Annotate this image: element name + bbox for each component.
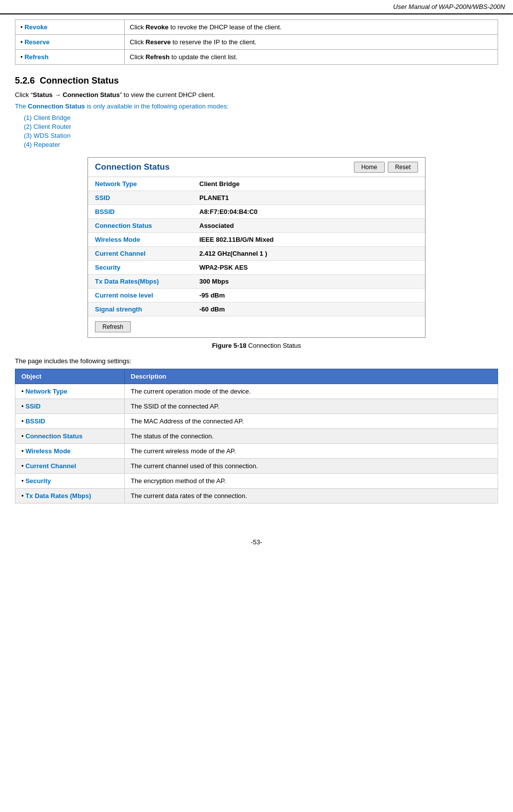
status-row: Current noise level -95 dBm [88,289,425,303]
modes-list: (1) Client Bridge(2) Client Router(3) WD… [15,114,498,148]
mode-item: (4) Repeater [24,141,498,148]
panel-header: Connection Status Home Reset [88,158,425,177]
settings-desc: The current operation mode of the device… [125,384,498,399]
settings-desc: The current wireless mode of the AP. [125,444,498,459]
settings-row: • BSSID The MAC Address of the connected… [15,414,498,429]
status-row: BSSID A8:F7:E0:04:B4:C0 [88,205,425,219]
top-table-label: • Refresh [15,50,125,65]
status-row: Connection Status Associated [88,219,425,233]
status-label: Connection Status [88,219,192,233]
settings-label: • Tx Data Rates (Mbps) [15,489,125,504]
settings-row: • Current Channel The current channel us… [15,459,498,474]
settings-label: • Security [15,474,125,489]
settings-intro: The page includes the following settings… [15,357,498,365]
section-title: Connection Status [40,76,119,86]
status-label: Signal strength [88,303,192,316]
intro-arrow: → [53,91,63,99]
panel-buttons: Home Reset [354,162,418,173]
status-value: -95 dBm [192,289,425,303]
status-label: Current noise level [88,289,192,303]
status-row: Signal strength -60 dBm [88,303,425,316]
settings-desc: The encryption method of the AP. [125,474,498,489]
status-value: PLANET1 [192,191,425,205]
panel-title: Connection Status [95,162,170,172]
page-footer: -53- [0,538,513,546]
connection-status-panel: Connection Status Home Reset Network Typ… [87,157,426,338]
top-table-desc: Click Refresh to update the client list. [125,50,498,65]
top-table-desc: Click Revoke to revoke the DHCP lease of… [125,20,498,35]
intro-bold1: Status [33,91,53,99]
reset-button[interactable]: Reset [388,162,418,173]
refresh-row: Refresh [88,316,425,337]
status-value: A8:F7:E0:04:B4:C0 [192,205,425,219]
intro-prefix: Click “ [15,91,33,99]
settings-table: ObjectDescription • Network Type The cur… [15,369,498,504]
mode-item: (2) Client Router [24,123,498,130]
section-number: 5.2.6 [15,76,35,86]
status-value: 2.412 GHz(Channel 1 ) [192,247,425,261]
settings-label: • SSID [15,399,125,414]
settings-row: • Connection Status The status of the co… [15,429,498,444]
page-number: -53- [251,538,262,546]
main-content: • Revoke Click Revoke to revoke the DHCP… [0,14,513,523]
settings-col-header: Description [125,369,498,384]
status-row: SSID PLANET1 [88,191,425,205]
top-table-label: • Revoke [15,20,125,35]
settings-desc: The status of the connection. [125,429,498,444]
status-value: IEEE 802.11B/G/N Mixed [192,233,425,247]
intro-link: Connection Status [28,102,85,110]
status-label: Security [88,261,192,275]
settings-desc: The current data rates of the connection… [125,489,498,504]
intro-bold2: Connection Status [63,91,120,99]
settings-row: • Security The encryption method of the … [15,474,498,489]
figure-text: Connection Status [247,342,301,349]
status-label: BSSID [88,205,192,219]
settings-row: • SSID The SSID of the connected AP. [15,399,498,414]
top-table-desc: Click Reserve to reserve the IP to the c… [125,35,498,50]
figure-caption: Figure 5-18 Connection Status [15,342,498,349]
section-heading: 5.2.6 Connection Status [15,76,498,86]
mode-item: (1) Client Bridge [24,114,498,121]
settings-label: • Wireless Mode [15,444,125,459]
settings-desc: The SSID of the connected AP. [125,399,498,414]
status-table: Network Type Client Bridge SSID PLANET1 … [88,177,425,316]
top-table-row: • Reserve Click Reserve to reserve the I… [15,35,498,50]
intro-line2: The Connection Status is only available … [15,102,498,110]
status-label: Current Channel [88,247,192,261]
settings-row: • Tx Data Rates (Mbps) The current data … [15,489,498,504]
top-table-label: • Reserve [15,35,125,50]
home-button[interactable]: Home [354,162,385,173]
settings-label: • Network Type [15,384,125,399]
top-table-row: • Revoke Click Revoke to revoke the DHCP… [15,20,498,35]
settings-col-header: Object [15,369,125,384]
status-label: Network Type [88,177,192,191]
status-row: Current Channel 2.412 GHz(Channel 1 ) [88,247,425,261]
status-label: Tx Data Rates(Mbps) [88,275,192,289]
status-row: Wireless Mode IEEE 802.11B/G/N Mixed [88,233,425,247]
status-value: Client Bridge [192,177,425,191]
intro-suffix: ” to view the current DHCP client. [120,91,215,99]
settings-row: • Wireless Mode The current wireless mod… [15,444,498,459]
status-value: -60 dBm [192,303,425,316]
status-value: 300 Mbps [192,275,425,289]
settings-label: • Connection Status [15,429,125,444]
status-row: Network Type Client Bridge [88,177,425,191]
header-title: User Manual of WAP-200N/WBS-200N [393,3,505,10]
figure-bold: Figure 5-18 [212,342,246,349]
settings-desc: The MAC Address of the connected AP. [125,414,498,429]
status-row: Security WPA2-PSK AES [88,261,425,275]
status-label: SSID [88,191,192,205]
top-table-row: • Refresh Click Refresh to update the cl… [15,50,498,65]
page-header: User Manual of WAP-200N/WBS-200N [0,0,513,14]
refresh-button[interactable]: Refresh [95,321,131,332]
settings-desc: The current channel used of this connect… [125,459,498,474]
settings-row: • Network Type The current operation mod… [15,384,498,399]
settings-label: • Current Channel [15,459,125,474]
intro-line1: Click “Status → Connection Status” to vi… [15,91,498,99]
status-row: Tx Data Rates(Mbps) 300 Mbps [88,275,425,289]
settings-label: • BSSID [15,414,125,429]
status-label: Wireless Mode [88,233,192,247]
top-definitions-table: • Revoke Click Revoke to revoke the DHCP… [15,19,498,65]
status-value: WPA2-PSK AES [192,261,425,275]
mode-item: (3) WDS Station [24,132,498,139]
